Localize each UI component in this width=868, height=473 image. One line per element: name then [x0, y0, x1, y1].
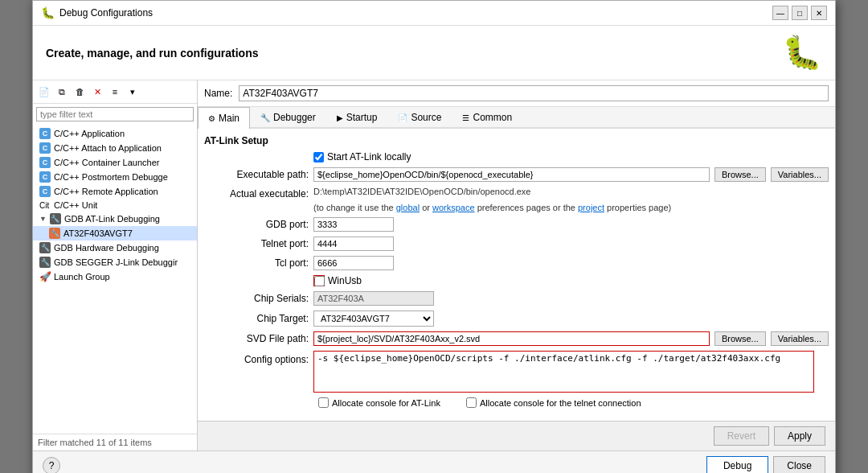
- allocate-atlink-label: Allocate console for AT-Link: [332, 398, 440, 408]
- filter-button[interactable]: ≡: [107, 84, 123, 100]
- dialog-subtitle: Create, manage, and run configurations: [46, 47, 259, 60]
- window-title: Debug Configurations: [59, 7, 153, 19]
- minimize-button[interactable]: —: [772, 6, 788, 20]
- name-row: Name:: [198, 80, 835, 107]
- source-tab-icon: 📄: [398, 113, 407, 122]
- tcl-port-row: Tcl port:: [204, 256, 829, 270]
- tree-item-gdb-hardware[interactable]: 🔧 GDB Hardware Debugging: [33, 241, 197, 255]
- chip-target-select[interactable]: AT32F403AVGT7: [313, 311, 434, 327]
- left-panel: 📄 ⧉ 🗑 ✕ ≡ ▾ C C/C++ Application C C/C++ …: [33, 80, 198, 450]
- tab-common-label: Common: [473, 112, 512, 123]
- cpp-postmortem-icon: C: [39, 171, 51, 183]
- executable-label: Executable path:: [204, 169, 309, 180]
- allocate-telnet-label: Allocate console for the telnet connecti…: [480, 398, 641, 408]
- close-button[interactable]: Close: [773, 456, 825, 473]
- debug-button[interactable]: Debug: [706, 456, 768, 473]
- workspace-link[interactable]: workspace: [432, 203, 475, 212]
- svd-path-input[interactable]: [313, 331, 710, 346]
- executable-input[interactable]: [313, 167, 710, 182]
- more-button[interactable]: ▾: [125, 84, 141, 100]
- winusb-checkbox[interactable]: [314, 276, 325, 286]
- allocate-atlink-checkbox[interactable]: [318, 397, 329, 408]
- help-button[interactable]: ?: [43, 457, 60, 473]
- project-link[interactable]: project: [578, 203, 604, 212]
- tcl-port-input[interactable]: [313, 256, 394, 270]
- new-config-button[interactable]: 📄: [36, 84, 52, 100]
- main-content: 📄 ⧉ 🗑 ✕ ≡ ▾ C C/C++ Application C C/C++ …: [33, 80, 835, 450]
- tab-startup[interactable]: ▶ Startup: [326, 107, 388, 127]
- telnet-label: Telnet port:: [204, 238, 309, 249]
- start-checkbox-row: Start AT-Link locally: [204, 151, 829, 162]
- revert-button[interactable]: Revert: [714, 426, 769, 446]
- footer-buttons: Debug Close: [706, 456, 825, 473]
- tree-item-at32f403[interactable]: 🔧 AT32F403AVGT7: [33, 226, 197, 241]
- tree-item-cpp-container[interactable]: C C/C++ Container Launcher: [33, 155, 197, 170]
- tree-item-cpp-app[interactable]: C C/C++ Application: [33, 126, 197, 141]
- tree-item-label: AT32F403AVGT7: [63, 228, 133, 238]
- remove-config-button[interactable]: ✕: [89, 84, 105, 100]
- svd-variables-button[interactable]: Variables...: [771, 331, 829, 346]
- window-icon: 🐛: [41, 6, 55, 19]
- main-tab-icon: ⚙: [208, 114, 215, 123]
- tree-item-cpp-remote[interactable]: C C/C++ Remote Application: [33, 184, 197, 199]
- apply-button[interactable]: Apply: [774, 426, 825, 446]
- gdb-atlink-icon: 🔧: [50, 213, 61, 224]
- tab-debugger[interactable]: 🔧 Debugger: [250, 107, 326, 127]
- tree-item-cpp-postmortem[interactable]: C C/C++ Postmortem Debugge: [33, 170, 197, 184]
- tabs-row: ⚙ Main 🔧 Debugger ▶ Startup 📄 Source ☰: [198, 107, 835, 129]
- filter-status: Filter matched 11 of 11 items: [33, 434, 197, 450]
- launch-icon: 🚀: [39, 271, 51, 282]
- tree-item-gdb-atlink[interactable]: ▼ 🔧 GDB AT-Link Debugging: [33, 212, 197, 226]
- tree-item-label: C/C++ Container Launcher: [54, 158, 159, 167]
- tab-main-label: Main: [219, 113, 240, 124]
- tab-common[interactable]: ☰ Common: [452, 107, 522, 127]
- content-area: AT-Link Setup Start AT-Link locally Exec…: [198, 129, 835, 421]
- telnet-port-input[interactable]: [313, 236, 394, 251]
- telnet-port-row: Telnet port:: [204, 236, 829, 251]
- start-checkbox[interactable]: [313, 152, 324, 162]
- allocate-telnet-checkbox[interactable]: [466, 397, 477, 408]
- start-checkbox-label: Start AT-Link locally: [327, 151, 411, 162]
- cpp-unit-icon: Cit: [39, 201, 51, 210]
- cpp-attach-icon: C: [39, 142, 51, 154]
- gdb-port-input[interactable]: [313, 217, 394, 232]
- tab-startup-label: Startup: [346, 112, 378, 123]
- executable-variables-button[interactable]: Variables...: [771, 167, 829, 182]
- copy-config-button[interactable]: ⧉: [54, 84, 70, 100]
- tree-item-launch-group[interactable]: 🚀 Launch Group: [33, 269, 197, 284]
- winusb-checkbox-wrapper: [313, 275, 325, 286]
- tree-item-label: GDB Hardware Debugging: [54, 243, 159, 253]
- tree-item-label: C/C++ Postmortem Debugge: [54, 172, 168, 182]
- actual-value: D:\temp\AT32IDE\AT32IDE\OpenOCD/bin/open…: [313, 187, 530, 196]
- debugger-tab-icon: 🔧: [260, 113, 270, 122]
- startup-tab-icon: ▶: [337, 113, 343, 122]
- name-input[interactable]: [239, 85, 829, 101]
- config-options-textarea[interactable]: -s ${eclipse_home}OpenOCD/scripts -f ./i…: [313, 351, 814, 393]
- tab-source[interactable]: 📄 Source: [387, 107, 452, 127]
- actual-label: Actual executable:: [204, 187, 309, 199]
- tab-main[interactable]: ⚙ Main: [198, 107, 250, 129]
- bottom-bar: Revert Apply: [198, 421, 835, 450]
- gdb-label: GDB port:: [204, 219, 309, 230]
- bug-icon: 🐛: [782, 34, 822, 72]
- filter-input[interactable]: [36, 107, 194, 121]
- delete-config-button[interactable]: 🗑: [72, 84, 88, 100]
- tree-item-gdb-segger[interactable]: 🔧 GDB SEGGER J-Link Debuggir: [33, 255, 197, 269]
- cpp-remote-icon: C: [39, 186, 51, 197]
- tab-source-label: Source: [411, 112, 441, 123]
- svd-browse-button[interactable]: Browse...: [714, 331, 766, 346]
- dialog-header: Create, manage, and run configurations 🐛: [33, 26, 835, 80]
- tree-item-cpp-attach[interactable]: C C/C++ Attach to Application: [33, 141, 197, 155]
- executable-row: Executable path: Browse... Variables...: [204, 167, 829, 182]
- global-link[interactable]: global: [396, 203, 420, 212]
- tree-container: C C/C++ Application C C/C++ Attach to Ap…: [33, 125, 197, 434]
- title-buttons: — □ ✕: [772, 6, 827, 20]
- close-window-button[interactable]: ✕: [811, 6, 827, 20]
- tree-item-cpp-unit[interactable]: Cit C/C++ Unit: [33, 199, 197, 212]
- executable-browse-button[interactable]: Browse...: [714, 167, 766, 182]
- tcl-label: Tcl port:: [204, 257, 309, 269]
- maximize-button[interactable]: □: [792, 6, 808, 20]
- tab-debugger-label: Debugger: [273, 112, 316, 123]
- tree-item-label: C/C++ Remote Application: [54, 187, 158, 196]
- revert-apply-buttons: Revert Apply: [714, 426, 825, 446]
